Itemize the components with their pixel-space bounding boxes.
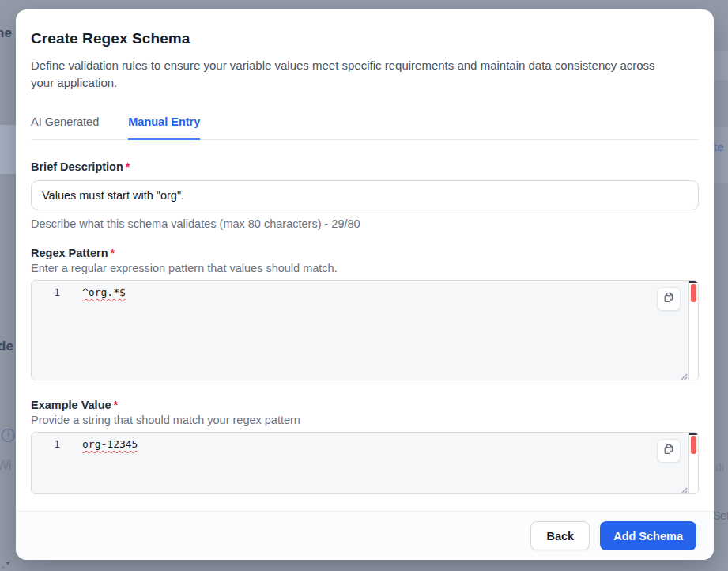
code-line: 1 org-12345: [32, 433, 698, 450]
scrollbar-top-marker: [689, 433, 698, 435]
backdrop-text-fragment: di: [715, 461, 724, 474]
example-value-label: Example Value*: [31, 399, 699, 411]
copy-button[interactable]: [657, 439, 681, 463]
resize-handle-icon[interactable]: [678, 483, 688, 493]
back-button[interactable]: Back: [530, 521, 590, 550]
backdrop-band: [714, 127, 728, 183]
backdrop-text-fragment: de: [0, 338, 13, 354]
line-number: 1: [32, 438, 76, 450]
create-regex-schema-dialog: Create Regex Schema Define validation ru…: [16, 9, 714, 560]
tab-bar: AI Generated Manual Entry: [31, 111, 699, 140]
scrollbar-error-marker: [691, 436, 696, 454]
backdrop-text-fragment: Set: [713, 509, 728, 522]
example-value-code[interactable]: org-12345: [76, 438, 138, 450]
backdrop-link-fragment: te: [714, 140, 724, 153]
example-value-helper: Provide a string that should match your …: [31, 414, 699, 426]
required-asterisk: *: [111, 247, 115, 259]
required-asterisk: *: [126, 161, 130, 173]
example-value-editor[interactable]: 1 org-12345: [31, 432, 699, 494]
backdrop-band: [714, 51, 728, 80]
copy-button[interactable]: [657, 287, 681, 311]
resize-handle-icon[interactable]: [678, 369, 688, 379]
brief-description-input[interactable]: [31, 180, 699, 210]
screen: ne te de i Wi di Set . * Create Regex Sc…: [0, 0, 728, 571]
backdrop-text-fragment: Wi: [0, 459, 12, 473]
brief-description-label: Brief Description*: [31, 161, 699, 173]
tab-ai-generated[interactable]: AI Generated: [31, 111, 99, 139]
code-line: 1 ^org.*$: [32, 281, 698, 298]
copy-icon: [662, 291, 675, 307]
required-asterisk: *: [114, 399, 119, 411]
dialog-description: Define validation rules to ensure your v…: [31, 57, 671, 92]
regex-pattern-code[interactable]: ^org.*$: [76, 286, 126, 298]
copy-icon: [662, 443, 675, 459]
add-schema-button[interactable]: Add Schema: [600, 521, 696, 550]
scrollbar-top-marker: [689, 281, 698, 283]
backdrop-info-badge: i: [2, 429, 15, 442]
tab-manual-entry[interactable]: Manual Entry: [128, 111, 200, 140]
backdrop-divider-fragment: [713, 524, 728, 524]
regex-pattern-editor[interactable]: 1 ^org.*$: [31, 280, 699, 380]
backdrop-text-fragment: . *: [2, 560, 9, 569]
editor-scrollbar[interactable]: [688, 281, 698, 380]
regex-pattern-helper: Enter a regular expression pattern that …: [31, 262, 699, 274]
editor-scrollbar[interactable]: [688, 433, 698, 493]
brief-description-helper: Describe what this schema validates (max…: [31, 217, 699, 230]
dialog-footer: Back Add Schema: [16, 511, 714, 560]
scrollbar-error-marker: [691, 284, 696, 302]
line-number: 1: [32, 286, 76, 298]
dialog-title: Create Regex Schema: [31, 30, 699, 47]
backdrop-text-fragment: ne: [0, 25, 12, 41]
regex-pattern-label: Regex Pattern*: [31, 247, 699, 259]
